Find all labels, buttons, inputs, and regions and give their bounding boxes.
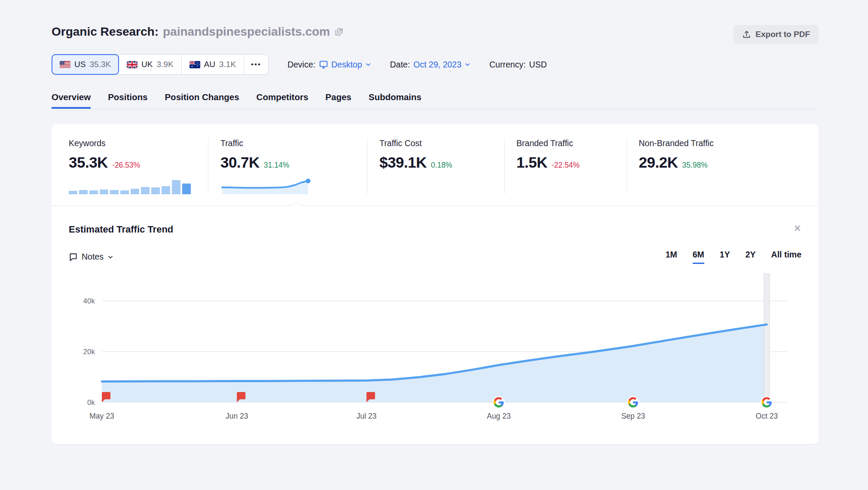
tab-position-changes[interactable]: Position Changes [165,92,239,109]
device-select[interactable]: Desktop [319,60,371,70]
range-all-time[interactable]: All time [771,250,801,263]
traffic-mini-line-chart [220,177,313,194]
currency-display: Currency: USD [489,60,547,70]
country-tab-au[interactable]: AU 3.1K [182,55,245,74]
metric-value: 35.3K [69,154,108,171]
note-flag-icon [69,252,78,261]
country-code: US [74,60,86,69]
svg-text:Oct 23: Oct 23 [756,412,778,420]
export-button-label: Export to PDF [755,30,810,39]
uk-flag-icon [127,61,138,68]
header: Organic Research: painandspinespecialist… [52,25,819,44]
metric-change: 0.18% [431,161,452,170]
au-flag-icon [189,61,200,68]
estimated-traffic-trend-section: Estimated Traffic Trend ✕ Notes 1M 6M 1Y… [52,224,819,426]
svg-text:40k: 40k [83,297,95,305]
report-tabs: Overview Positions Position Changes Comp… [52,92,819,109]
range-6m[interactable]: 6M [693,250,704,264]
metric-change: -26.53% [112,161,140,170]
chevron-down-icon [365,61,371,67]
metric-card-non-branded-traffic[interactable]: Non-Branded Traffic 29.2K 35.98% [627,138,801,194]
organic-research-page: Organic Research: painandspinespecialist… [0,0,868,490]
report-title: Organic Research: [52,25,159,39]
overview-panel: Keywords 35.3K -26.53% Traffic 30.7K 31.… [52,124,819,444]
currency-label: Currency: [489,60,526,70]
trend-title: Estimated Traffic Trend [69,224,173,235]
metric-change: 31.14% [264,161,289,170]
date-value: Oct 29, 2023 [413,60,462,70]
currency-value: USD [529,60,547,70]
time-range-selector: 1M 6M 1Y 2Y All time [666,250,801,264]
metric-change: -22.54% [552,161,580,170]
svg-text:0k: 0k [87,398,95,407]
notes-label: Notes [82,252,104,262]
country-traffic-value: 35.3K [89,60,111,69]
country-tab-us[interactable]: US 35.3K [52,54,119,75]
metric-card-traffic-cost[interactable]: Traffic Cost $39.1K 0.18% [367,138,504,194]
svg-text:May 23: May 23 [89,412,114,420]
metric-label: Traffic Cost [379,138,504,148]
tab-overview[interactable]: Overview [52,92,91,109]
metric-card-branded-traffic[interactable]: Branded Traffic 1.5K -22.54% [504,138,627,194]
svg-text:Jul 23: Jul 23 [356,412,376,420]
metric-value: 29.2K [639,154,678,171]
device-filter: Device: Desktop [287,60,371,70]
tab-pages[interactable]: Pages [325,92,351,109]
chevron-down-icon [107,254,113,260]
metric-card-traffic[interactable]: Traffic 30.7K 31.14% [208,138,367,194]
domain-name: painandspinespecialists.com [163,25,330,39]
export-to-pdf-button[interactable]: Export to PDF [734,25,819,44]
more-countries-button[interactable]: ••• [244,55,268,74]
svg-text:20k: 20k [83,348,95,356]
country-traffic-value: 3.1K [219,60,236,69]
svg-text:Aug 23: Aug 23 [487,412,510,420]
svg-text:Jun 23: Jun 23 [226,412,248,420]
metric-value: 1.5K [517,154,547,171]
metric-value: $39.1K [379,154,427,171]
device-value: Desktop [331,60,362,70]
external-link-icon[interactable] [334,28,343,37]
tab-competitors[interactable]: Competitors [257,92,309,109]
country-code: AU [204,60,215,69]
notes-dropdown[interactable]: Notes [69,252,113,262]
metrics-trend-divider [52,205,819,206]
date-filter: Date: Oct 29, 2023 [390,60,471,70]
tab-subdomains[interactable]: Subdomains [369,92,422,109]
metric-label: Traffic [220,138,367,148]
upload-icon [742,30,751,39]
keywords-mini-bar-chart [69,179,191,194]
country-selector: US 35.3K UK 3.9K AU 3.1K ••• [52,54,269,75]
metric-label: Non-Branded Traffic [639,138,801,148]
filters-row: US 35.3K UK 3.9K AU 3.1K ••• Device: Des… [52,54,819,75]
tab-positions[interactable]: Positions [108,92,147,109]
metric-card-keywords[interactable]: Keywords 35.3K -26.53% [69,138,208,194]
traffic-trend-chart: 0k20k40kMay 23Jun 23Jul 23Aug 23Sep 23Oc… [69,273,801,425]
chevron-down-icon [465,61,471,67]
metric-change: 35.98% [682,161,707,170]
country-traffic-value: 3.9K [156,60,173,69]
device-label: Device: [287,60,315,70]
us-flag-icon [60,61,70,68]
range-1m[interactable]: 1M [666,250,677,263]
page-title: Organic Research: painandspinespecialist… [52,25,343,39]
range-2y[interactable]: 2Y [746,250,756,263]
desktop-icon [319,60,328,69]
metric-label: Branded Traffic [517,138,627,148]
metric-label: Keywords [69,138,208,148]
metric-value: 30.7K [220,154,260,171]
date-select[interactable]: Oct 29, 2023 [413,60,471,70]
svg-text:Sep 23: Sep 23 [621,412,645,420]
close-icon[interactable]: ✕ [794,224,801,233]
country-code: UK [141,60,153,69]
country-tab-uk[interactable]: UK 3.9K [119,55,182,74]
metrics-row: Keywords 35.3K -26.53% Traffic 30.7K 31.… [52,124,819,205]
date-label: Date: [390,60,410,70]
range-1y[interactable]: 1Y [720,250,730,263]
